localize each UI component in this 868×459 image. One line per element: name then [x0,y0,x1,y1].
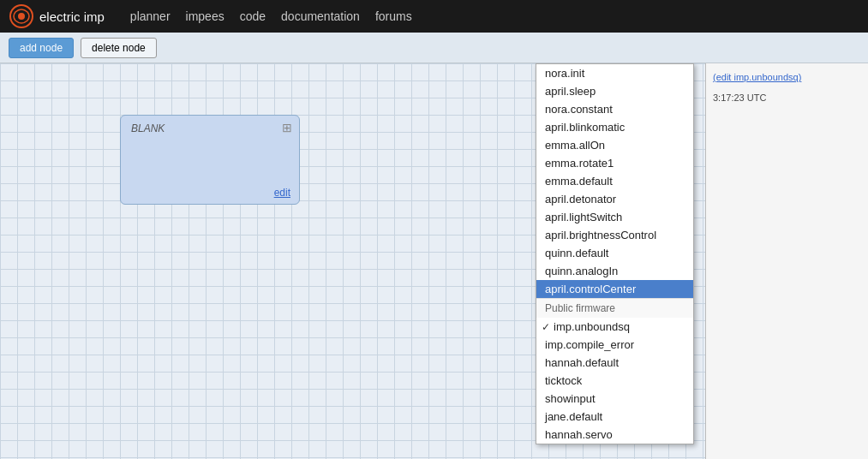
dropdown-section-header: Public firmware [536,298,693,318]
dropdown-item-imp-unboundsq[interactable]: ✓ imp.unboundsq [536,318,693,336]
dropdown-item-emma-default[interactable]: emma.default [536,172,693,190]
node-card-resize-icon: ⊞ [282,121,292,134]
node-card-edit-link[interactable]: edit [274,187,290,199]
dropdown-item-april-controlcenter[interactable]: april.controlCenter [536,280,693,298]
firmware-dropdown: nora.init april.sleep nora.constant apri… [536,63,694,444]
dropdown-item-hannah-servo[interactable]: hannah.servo [536,426,693,444]
canvas-area: BLANK ⊞ edit nora.init april.sleep nora.… [0,63,868,459]
dropdown-item-ticktock[interactable]: ticktock [536,372,693,390]
dropdown-item-nora-constant[interactable]: nora.constant [536,100,693,118]
dropdown-item-april-detonator[interactable]: april.detonator [536,190,693,208]
dropdown-item-april-sleep[interactable]: april.sleep [536,82,693,100]
dropdown-item-emma-allon[interactable]: emma.allOn [536,136,693,154]
brand-name: electric imp [39,9,105,24]
edit-link[interactable]: (edit imp.unboundsq) [713,72,801,82]
svg-point-1 [18,13,25,20]
add-node-button[interactable]: add node [9,38,74,58]
info-panel: (edit imp.unboundsq) 3:17:23 UTC [705,63,868,459]
nav-code[interactable]: code [240,9,266,23]
dropdown-item-quinn-default[interactable]: quinn.default [536,244,693,262]
dropdown-item-april-brightnesscontrol[interactable]: april.brightnessControl [536,226,693,244]
dropdown-item-imp-compile-error[interactable]: imp.compile_error [536,336,693,354]
nav-forums[interactable]: forums [375,9,412,23]
checkmark-icon: ✓ [542,321,550,333]
node-card: BLANK ⊞ edit [120,115,300,205]
dropdown-item-jane-default[interactable]: jane.default [536,408,693,426]
timestamp: 3:17:23 UTC [713,92,766,103]
dropdown-item-quinn-analogin[interactable]: quinn.analogIn [536,262,693,280]
logo-icon [9,3,34,29]
nav-documentation[interactable]: documentation [281,9,360,23]
logo-area: electric imp [9,3,105,29]
header: electric imp planner impees code documen… [0,0,868,33]
dropdown-item-showinput[interactable]: showinput [536,390,693,408]
dropdown-item-nora-init[interactable]: nora.init [536,64,693,82]
node-card-label: BLANK [131,122,165,134]
nav: planner impees code documentation forums [130,9,412,23]
toolbar: add node delete node [0,33,868,63]
delete-node-button[interactable]: delete node [81,38,157,58]
main-area: BLANK ⊞ edit nora.init april.sleep nora.… [0,63,868,459]
dropdown-item-hannah-default[interactable]: hannah.default [536,354,693,372]
nav-planner[interactable]: planner [130,9,171,23]
dropdown-item-april-blinkomatic[interactable]: april.blinkomatic [536,118,693,136]
dropdown-item-emma-rotate1[interactable]: emma.rotate1 [536,154,693,172]
dropdown-item-april-lightswitch[interactable]: april.lightSwitch [536,208,693,226]
nav-impees[interactable]: impees [186,9,224,23]
